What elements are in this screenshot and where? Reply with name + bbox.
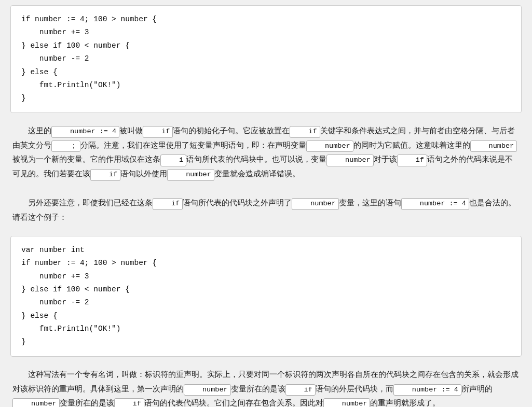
inline-code-if-4: if [90,169,120,181]
inline-code-if-1: if [143,126,173,138]
inline-code-semicolon: ； [51,141,80,152]
inline-code-if-5: if [153,198,183,210]
inline-code-number-7: number [12,398,60,407]
inline-code-number-5: number [292,198,339,210]
inline-code-number-8: number [323,398,371,407]
paragraph-2: 另外还要注意，即使我们已经在这条if语句所代表的代码块之外声明了number变量… [10,192,522,232]
paragraph-1: 这里的number := 4被叫做if语句的初始化子句。它应被放置在if关键字和… [10,120,522,189]
code-block-1: if number := 4; 100 > number { number +=… [10,5,522,113]
inline-code-number-assign: number := 4 [51,126,119,138]
inline-code-i: i [160,155,186,166]
inline-code-if-6: if [285,384,316,396]
inline-code-number-1: number [306,141,353,152]
code-block-2: var number int if number := 4; 100 > num… [10,236,522,357]
inline-code-number-assign-3: number := 4 [393,384,461,396]
inline-code-if-7: if [114,398,144,407]
inline-code-number-6: number [184,384,231,396]
inline-code-number-2: number [470,141,517,152]
inline-code-number-3: number [326,155,374,166]
paragraph-3: 这种写法有一个专有名词，叫做：标识符的重声明。实际上，只要对同一个标识符的两次声… [10,364,522,407]
inline-code-number-4: number [167,169,214,181]
inline-code-if-3: if [397,155,427,166]
inline-code-number-assign-2: number := 4 [401,198,469,210]
inline-code-if-2: if [290,126,320,138]
